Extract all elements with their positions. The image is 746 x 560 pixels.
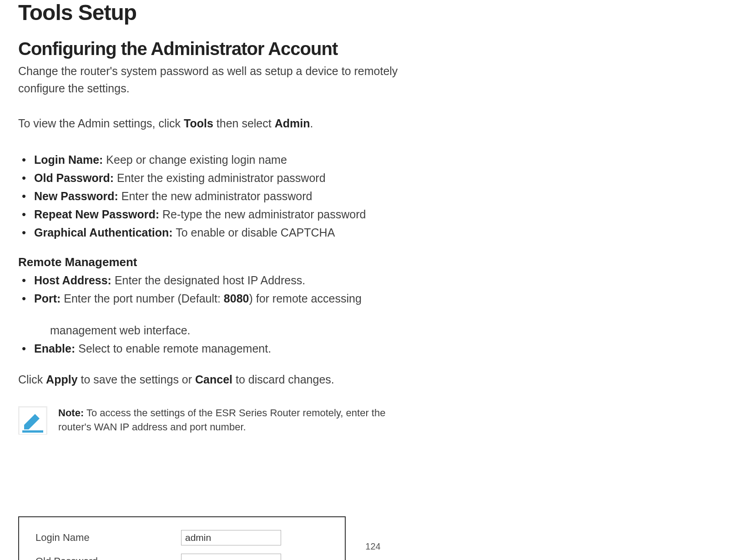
list-item: Repeat New Password: Re-type the new adm…	[18, 205, 405, 223]
field-label: Host Address:	[34, 274, 111, 287]
field-desc: Enter the new administrator password	[118, 190, 313, 202]
admin-bold: Admin	[275, 117, 310, 130]
list-item: Login Name: Keep or change existing logi…	[18, 151, 405, 169]
field-desc: To enable or disable CAPTCHA	[173, 226, 335, 239]
list-item: New Password: Enter the new administrato…	[18, 187, 405, 205]
cancel-bold: Cancel	[195, 373, 232, 386]
field-desc: Enter the designated host IP Address.	[111, 274, 305, 287]
field-label: Login Name:	[34, 153, 103, 166]
field-label: Graphical Authentication:	[34, 226, 173, 239]
field-desc: ) for remote accessing	[249, 292, 361, 305]
field-desc: Keep or change existing login name	[103, 153, 287, 166]
svg-rect-1	[22, 430, 43, 433]
remote-list-cont: Enable: Select to enable remote manageme…	[18, 339, 405, 358]
field-list: Login Name: Keep or change existing logi…	[18, 151, 405, 242]
section-heading: Configuring the Administrator Account	[18, 39, 405, 59]
field-label: Enable:	[34, 342, 75, 355]
list-item: Port: Enter the port number (Default: 80…	[18, 289, 405, 308]
page-number: 124	[365, 541, 380, 552]
note-icon	[18, 406, 47, 434]
field-desc: Enter the existing administrator passwor…	[114, 172, 326, 184]
list-item: Graphical Authentication: To enable or d…	[18, 223, 405, 242]
field-desc: Enter the port number (Default:	[60, 292, 224, 305]
port-desc-line2: management web interface.	[18, 321, 405, 339]
list-item: Host Address: Enter the designated host …	[18, 271, 405, 289]
list-item: Old Password: Enter the existing adminis…	[18, 169, 405, 187]
field-label: Old Password:	[34, 172, 114, 184]
old-password-label: Old Password	[35, 555, 181, 560]
old-password-input[interactable]	[181, 554, 281, 560]
field-label: New Password:	[34, 190, 118, 202]
remote-list: Host Address: Enter the designated host …	[18, 271, 405, 308]
apply-bold: Apply	[46, 373, 77, 386]
text: to discard changes.	[232, 373, 334, 386]
field-label: Port:	[34, 292, 60, 305]
field-desc: Re-type the new administrator password	[159, 208, 366, 221]
tools-bold: Tools	[184, 117, 213, 130]
intro-text: Change the router's system password as w…	[18, 63, 405, 97]
note-text: Note: To access the settings of the ESR …	[58, 406, 405, 434]
page-title: Tools Setup	[18, 0, 405, 25]
note-label: Note:	[58, 407, 84, 419]
text: .	[310, 117, 313, 130]
view-instructions: To view the Admin settings, click Tools …	[18, 115, 405, 132]
text: to save the settings or	[78, 373, 195, 386]
login-name-input[interactable]	[181, 530, 281, 545]
remote-heading: Remote Management	[18, 255, 405, 269]
text: then select	[213, 117, 275, 130]
text: To view the Admin settings, click	[18, 117, 184, 130]
apply-instructions: Click Apply to save the settings or Canc…	[18, 371, 405, 388]
admin-panel: Login Name Old Password New Password Rep…	[18, 516, 346, 560]
note-body: To access the settings of the ESR Series…	[58, 407, 385, 433]
text: Click	[18, 373, 46, 386]
port-default: 8080	[224, 292, 249, 305]
field-label: Repeat New Password:	[34, 208, 159, 221]
login-name-label: Login Name	[35, 532, 181, 544]
note-block: Note: To access the settings of the ESR …	[18, 406, 405, 434]
list-item: Enable: Select to enable remote manageme…	[18, 339, 405, 358]
field-desc: Select to enable remote management.	[75, 342, 271, 355]
